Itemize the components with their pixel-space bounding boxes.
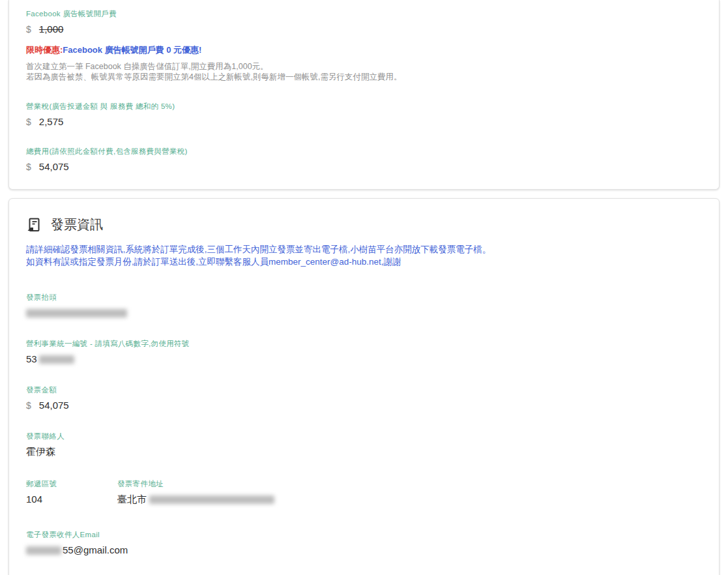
invoice-notice: 請詳細確認發票相關資訊,系統將於訂單完成後,三個工作天內開立發票並寄出電子檔,小… xyxy=(26,243,702,268)
redacted-tax-id xyxy=(39,355,74,364)
total-value: $54,075 xyxy=(26,161,702,172)
currency-symbol: $ xyxy=(26,162,31,172)
mailing-address-value: 臺北市 xyxy=(117,494,274,506)
invoice-card-title: 發票資訊 xyxy=(51,216,103,233)
email-value: 55@gmail.com xyxy=(26,544,702,555)
opening-fee-note: 首次建立第一筆 Facebook 自操廣告儲值訂單,開立費用為1,000元。 若… xyxy=(26,62,702,82)
field-invoice-title: 發票抬頭 xyxy=(26,293,702,318)
tax-id-value: 53 xyxy=(26,353,702,364)
postal-code-label: 郵遞區號 xyxy=(26,479,117,489)
tax-label: 營業稅(廣告投遞金額 與 服務費 總和的 5%) xyxy=(26,102,702,111)
notice-line-1: 請詳細確認發票相關資訊,系統將於訂單完成後,三個工作天內開立發票並寄出電子檔,小… xyxy=(26,243,702,256)
invoice-title-value xyxy=(26,307,702,318)
invoice-contact-value: 霍伊森 xyxy=(26,446,702,458)
notice-line-2: 如資料有誤或指定發票月份,請於訂單送出後,立即聯繫客服人員member_cent… xyxy=(26,256,702,268)
promo-text: Facebook 廣告帳號開戶費 0 元優惠! xyxy=(63,45,201,55)
field-postal-address-row: 郵遞區號 104 發票寄件地址 臺北市 xyxy=(26,479,702,506)
currency-symbol: $ xyxy=(26,400,31,411)
redacted-email-prefix xyxy=(26,546,61,555)
redacted-invoice-title xyxy=(26,309,127,317)
postal-code-value: 104 xyxy=(26,494,117,505)
tax-id-visible-digits: 53 xyxy=(26,353,37,364)
invoice-amount-value: $54,075 xyxy=(26,400,702,411)
address-visible-part: 臺北市 xyxy=(117,494,147,505)
invoice-title-label: 發票抬頭 xyxy=(26,293,702,302)
promo-line: 限時優惠:Facebook 廣告帳號開戶費 0 元優惠! xyxy=(26,44,702,56)
opening-fee-original-price: 1,000 xyxy=(39,23,64,35)
note-line-2: 若因為廣告被禁、帳號異常等原因需要開立第4個以上之新帳號,則每新增一個帳號,需另… xyxy=(26,72,702,83)
total-amount: 54,075 xyxy=(39,161,69,172)
field-invoice-contact: 發票聯絡人 霍伊森 xyxy=(26,432,702,458)
invoice-amount-label: 發票金額 xyxy=(26,385,702,395)
total-label: 總費用(請依照此金額付費,包含服務費與營業稅) xyxy=(26,147,702,156)
mailing-address-label: 發票寄件地址 xyxy=(117,479,274,489)
currency-symbol: $ xyxy=(26,24,31,35)
promo-prefix: 限時優惠: xyxy=(26,45,63,55)
tax-block: 營業稅(廣告投遞金額 與 服務費 總和的 5%) $2,575 xyxy=(26,102,702,127)
field-invoice-amount: 發票金額 $54,075 xyxy=(26,385,702,411)
field-email: 電子發票收件人Email 55@gmail.com xyxy=(26,530,702,555)
tax-value: $2,575 xyxy=(26,116,702,127)
currency-symbol: $ xyxy=(26,117,31,127)
invoice-amount: 54,075 xyxy=(39,400,69,411)
field-postal-code: 郵遞區號 104 xyxy=(26,479,117,506)
email-label: 電子發票收件人Email xyxy=(26,530,702,540)
fees-summary-card: Facebook 廣告帳號開戶費 $1,000 限時優惠:Facebook 廣告… xyxy=(8,0,720,190)
email-visible-part: 55@gmail.com xyxy=(63,544,128,555)
redacted-address xyxy=(149,495,274,504)
tax-id-label: 營利事業統一編號 - 請填寫八碼數字,勿使用符號 xyxy=(26,339,702,349)
invoice-info-card: 發票資訊 請詳細確認發票相關資訊,系統將於訂單完成後,三個工作天內開立發票並寄出… xyxy=(8,198,720,575)
invoice-contact-label: 發票聯絡人 xyxy=(26,432,702,441)
field-tax-id: 營利事業統一編號 - 請填寫八碼數字,勿使用符號 53 xyxy=(26,339,702,364)
total-block: 總費用(請依照此金額付費,包含服務費與營業稅) $54,075 xyxy=(26,147,702,172)
opening-fee-value: $1,000 xyxy=(26,23,702,35)
field-mailing-address: 發票寄件地址 臺北市 xyxy=(117,479,274,506)
tax-amount: 2,575 xyxy=(39,116,64,127)
invoice-icon xyxy=(26,217,42,233)
invoice-header: 發票資訊 xyxy=(26,216,702,233)
note-line-1: 首次建立第一筆 Facebook 自操廣告儲值訂單,開立費用為1,000元。 xyxy=(26,62,702,72)
opening-fee-label: Facebook 廣告帳號開戶費 xyxy=(26,9,702,19)
